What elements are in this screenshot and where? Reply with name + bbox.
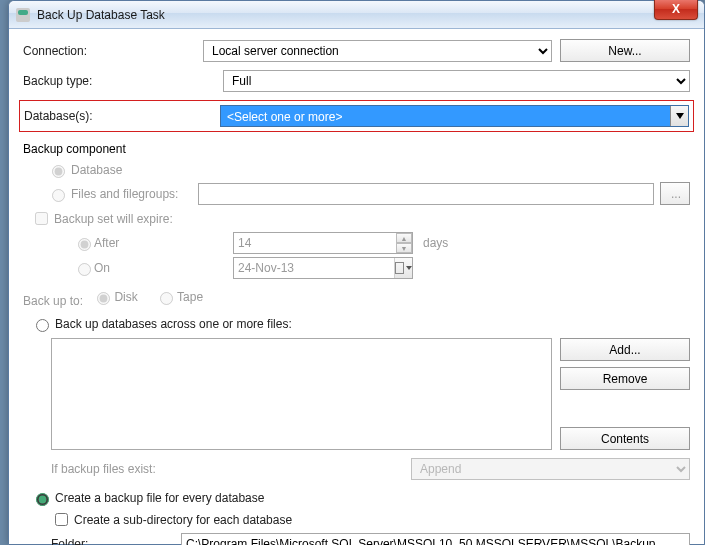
per-db-label: Create a backup file for every database bbox=[55, 491, 264, 505]
backup-type-select[interactable]: Full bbox=[223, 70, 690, 92]
databases-select-text: <Select one or more> bbox=[221, 106, 670, 126]
files-filegroups-radio bbox=[52, 189, 65, 202]
after-days-field: ▲ ▼ bbox=[233, 232, 413, 254]
database-radio-label: Database bbox=[71, 163, 122, 177]
per-db-row: Create a backup file for every database bbox=[31, 490, 690, 506]
spin-down-icon: ▼ bbox=[396, 243, 412, 253]
databases-select[interactable]: <Select one or more> bbox=[220, 105, 689, 127]
files-area: Add... Remove Contents bbox=[51, 338, 690, 450]
connection-label: Connection: bbox=[23, 44, 203, 58]
on-option: On bbox=[73, 260, 233, 276]
disk-label: Disk bbox=[114, 290, 137, 304]
backup-to-row: Back up to: Disk Tape bbox=[23, 289, 690, 308]
databases-row: Database(s): <Select one or more> bbox=[19, 100, 694, 132]
remove-button[interactable]: Remove bbox=[560, 367, 690, 390]
on-label: On bbox=[94, 261, 110, 275]
svg-rect-1 bbox=[18, 10, 28, 15]
files-filegroups-label: Files and filegroups: bbox=[71, 187, 178, 201]
backup-type-label: Backup type: bbox=[23, 74, 223, 88]
on-date-field bbox=[233, 257, 413, 279]
expire-checkbox bbox=[35, 212, 48, 225]
expire-after-row: After ▲ ▼ days bbox=[73, 232, 690, 254]
window-title: Back Up Database Task bbox=[37, 8, 165, 22]
on-date-input bbox=[233, 257, 413, 279]
expire-label: Backup set will expire: bbox=[54, 212, 173, 226]
if-exist-label: If backup files exist: bbox=[51, 462, 411, 476]
disk-option: Disk bbox=[92, 289, 137, 305]
across-files-label: Back up databases across one or more fil… bbox=[55, 317, 292, 331]
databases-label: Database(s): bbox=[24, 109, 220, 123]
days-suffix: days bbox=[423, 236, 448, 250]
files-listbox[interactable] bbox=[51, 338, 552, 450]
component-database-row: Database bbox=[47, 162, 690, 178]
folder-input[interactable] bbox=[181, 533, 690, 545]
subdir-row: Create a sub-directory for each database bbox=[51, 510, 690, 529]
contents-button[interactable]: Contents bbox=[560, 427, 690, 450]
per-db-radio[interactable] bbox=[36, 493, 49, 506]
database-radio bbox=[52, 165, 65, 178]
files-filegroups-browse-button[interactable]: ... bbox=[660, 182, 690, 205]
component-files-row: Files and filegroups: ... bbox=[47, 182, 690, 205]
spinner-buttons: ▲ ▼ bbox=[396, 233, 412, 253]
new-connection-button[interactable]: New... bbox=[560, 39, 690, 62]
tape-option: Tape bbox=[155, 289, 203, 305]
titlebar: Back Up Database Task X bbox=[9, 1, 704, 29]
after-radio bbox=[78, 238, 91, 251]
app-icon bbox=[15, 7, 31, 23]
folder-label: Folder: bbox=[51, 537, 181, 545]
close-button[interactable]: X bbox=[654, 0, 698, 20]
subdir-label: Create a sub-directory for each database bbox=[74, 513, 292, 527]
files-filegroups-input bbox=[198, 183, 654, 205]
after-option: After bbox=[73, 235, 233, 251]
dialog-window: Back Up Database Task X Connection: Loca… bbox=[8, 0, 705, 545]
chevron-down-icon[interactable] bbox=[670, 106, 688, 126]
spin-up-icon: ▲ bbox=[396, 233, 412, 243]
folder-row: Folder: bbox=[51, 533, 690, 545]
files-buttons: Add... Remove Contents bbox=[560, 338, 690, 450]
on-radio bbox=[78, 263, 91, 276]
disk-radio bbox=[97, 292, 110, 305]
after-label: After bbox=[94, 236, 119, 250]
svg-marker-2 bbox=[676, 113, 684, 119]
add-button[interactable]: Add... bbox=[560, 338, 690, 361]
after-days-input bbox=[233, 232, 413, 254]
if-exist-row: If backup files exist: Append bbox=[51, 458, 690, 480]
across-files-radio[interactable] bbox=[36, 319, 49, 332]
expire-row: Backup set will expire: bbox=[31, 209, 690, 228]
expire-on-row: On bbox=[73, 257, 690, 279]
backup-type-row: Backup type: Full bbox=[23, 70, 690, 92]
connection-select[interactable]: Local server connection bbox=[203, 40, 552, 62]
across-files-row: Back up databases across one or more fil… bbox=[31, 316, 690, 332]
tape-label: Tape bbox=[177, 290, 203, 304]
if-exist-select: Append bbox=[411, 458, 690, 480]
tape-radio bbox=[160, 292, 173, 305]
subdir-checkbox[interactable] bbox=[55, 513, 68, 526]
backup-to-label: Back up to: bbox=[23, 294, 83, 308]
backup-component-heading: Backup component bbox=[23, 142, 690, 156]
connection-row: Connection: Local server connection New.… bbox=[23, 39, 690, 62]
calendar-dropdown-icon bbox=[394, 258, 412, 278]
client-area: Connection: Local server connection New.… bbox=[9, 29, 704, 545]
close-icon: X bbox=[672, 2, 680, 16]
